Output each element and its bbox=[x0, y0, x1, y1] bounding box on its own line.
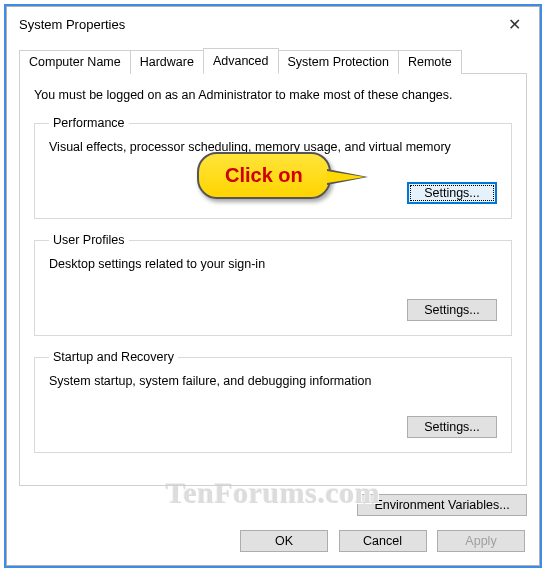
admin-hint: You must be logged on as an Administrato… bbox=[34, 88, 512, 102]
apply-button[interactable]: Apply bbox=[437, 530, 525, 552]
tab-computer-name[interactable]: Computer Name bbox=[19, 50, 131, 74]
performance-settings-button[interactable]: Settings... bbox=[407, 182, 497, 204]
group-user-profiles-legend: User Profiles bbox=[49, 233, 129, 247]
ok-button[interactable]: OK bbox=[240, 530, 328, 552]
environment-variables-button[interactable]: Environment Variables... bbox=[357, 494, 527, 516]
user-profiles-settings-button[interactable]: Settings... bbox=[407, 299, 497, 321]
tab-strip: Computer Name Hardware Advanced System P… bbox=[19, 50, 527, 74]
system-properties-dialog: System Properties ✕ Computer Name Hardwa… bbox=[6, 6, 540, 566]
close-icon[interactable]: ✕ bbox=[502, 15, 527, 34]
group-startup-desc: System startup, system failure, and debu… bbox=[49, 374, 497, 388]
cancel-button[interactable]: Cancel bbox=[339, 530, 427, 552]
dialog-buttons: OK Cancel Apply bbox=[7, 530, 539, 564]
group-performance-desc: Visual effects, processor scheduling, me… bbox=[49, 140, 497, 154]
group-performance-legend: Performance bbox=[49, 116, 129, 130]
tab-remote[interactable]: Remote bbox=[398, 50, 462, 74]
tab-hardware[interactable]: Hardware bbox=[130, 50, 204, 74]
group-startup-recovery: Startup and Recovery System startup, sys… bbox=[34, 350, 512, 453]
tab-system-protection[interactable]: System Protection bbox=[278, 50, 399, 74]
group-startup-legend: Startup and Recovery bbox=[49, 350, 178, 364]
tab-advanced[interactable]: Advanced bbox=[203, 48, 279, 74]
tab-panel-advanced: You must be logged on as an Administrato… bbox=[19, 73, 527, 486]
window-title: System Properties bbox=[19, 17, 125, 32]
group-performance: Performance Visual effects, processor sc… bbox=[34, 116, 512, 219]
group-user-profiles: User Profiles Desktop settings related t… bbox=[34, 233, 512, 336]
group-user-profiles-desc: Desktop settings related to your sign-in bbox=[49, 257, 497, 271]
titlebar: System Properties ✕ bbox=[7, 7, 539, 42]
startup-settings-button[interactable]: Settings... bbox=[407, 416, 497, 438]
